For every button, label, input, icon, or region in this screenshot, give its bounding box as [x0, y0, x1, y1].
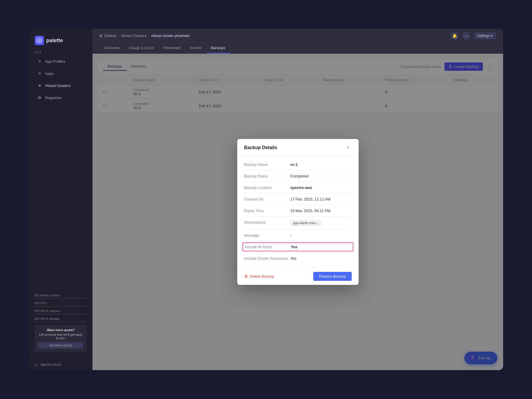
svg-marker-1 [38, 39, 41, 42]
backup-name-row: Backup Name vc-1 [244, 160, 352, 169]
namespace-badge: app-darth-mau... [290, 220, 321, 226]
backup-details-modal: Backup Details × Backup Name vc-1 Backup… [237, 139, 359, 285]
modal-overlay: Backup Details × Backup Name vc-1 Backup… [92, 54, 503, 370]
content-area: Backups Restores Scheduled backups Never… [92, 54, 503, 370]
settings-button[interactable]: Settings ▾ [474, 32, 496, 39]
logo-text: palette [46, 38, 63, 44]
quota-cta: Want more quota? Let us know and we'll g… [35, 325, 87, 352]
modal-close-button[interactable]: × [345, 144, 352, 151]
trash-icon: 🗑 [244, 274, 248, 279]
modal-footer: 🗑 Delete Backup Restore Backup [237, 268, 359, 285]
tab-usage-costs[interactable]: Usage & Costs [124, 43, 159, 53]
tab-events[interactable]: Events [186, 43, 206, 53]
logo: palette [29, 29, 92, 50]
sidebar-item-virtual-clusters[interactable]: ≡ Virtual Clusters [31, 80, 90, 91]
breadcrumb: ⊞ Default › Virtual Clusters › virtual-c… [99, 34, 190, 38]
namespaces-row: Namespaces app-darth-mau... [244, 218, 352, 228]
include-all-disks-row: Include All Disks Yes [242, 242, 353, 251]
user-icon[interactable]: — [462, 32, 470, 40]
tab-overview[interactable]: Overview [99, 43, 124, 53]
spectro-cloud-layers-icon: 🗂 [35, 363, 38, 367]
sidebar-item-registries[interactable]: ⚙ Registries [31, 92, 90, 103]
quota-section: 0/0 virtual clusters 0/0 CPU 0/0 GB of m… [29, 289, 92, 359]
sidebar-bottom: 🗂 spectro cloud ‹ [29, 359, 92, 370]
main-content: ⊞ Default › Virtual Clusters › virtual-c… [92, 29, 503, 370]
get-more-quota-button[interactable]: Get More Quota [38, 342, 83, 348]
restore-backup-button[interactable]: Restore Backup [313, 272, 352, 281]
topbar: ⊞ Default › Virtual Clusters › virtual-c… [92, 29, 503, 43]
modal-title: Backup Details [244, 145, 277, 150]
modal-header: Backup Details × [237, 139, 359, 155]
breadcrumb-icon: ⊞ [99, 34, 103, 38]
sidebar-item-apps[interactable]: ≡ Apps [31, 68, 90, 79]
registries-icon: ⚙ [37, 95, 42, 100]
app-profiles-icon: ≡ [37, 59, 42, 64]
expiry-time-row: Expiry Time 19 Mar, 2023, 09:11 PM [244, 206, 352, 215]
sidebar-item-app-profiles[interactable]: ≡ App Profiles [31, 56, 90, 67]
page-tabs: Overview Usage & Costs Workloads Events … [92, 43, 503, 54]
notification-icon[interactable]: 🔔 [451, 32, 459, 40]
tab-backups[interactable]: Backups [206, 43, 230, 53]
modal-body: Backup Name vc-1 Backup Status Completed… [237, 155, 359, 268]
message-row: Message - [244, 231, 352, 240]
backup-location-row: Backup Location spectro-aws [244, 183, 352, 192]
sidebar: palette 2.2.2 ≡ App Profiles ≡ Apps ≡ Vi… [29, 29, 92, 370]
backup-status-row: Backup Status Completed [244, 172, 352, 181]
created-on-row: Created On 17 Feb, 2023, 11:11 AM [244, 195, 352, 204]
tab-workloads[interactable]: Workloads [159, 43, 186, 53]
virtual-clusters-icon: ≡ [37, 83, 42, 88]
chevron-down-icon: ▾ [491, 34, 493, 38]
apps-icon: ≡ [37, 71, 42, 76]
delete-backup-button[interactable]: 🗑 Delete Backup [244, 274, 274, 279]
collapse-sidebar-icon[interactable]: ‹ [86, 363, 87, 367]
logo-icon [35, 36, 44, 45]
topbar-right: 🔔 — Settings ▾ [451, 32, 496, 40]
version: 2.2.2 [29, 50, 92, 55]
include-cluster-resources-row: Include Cluster Resources Yes [244, 254, 352, 263]
